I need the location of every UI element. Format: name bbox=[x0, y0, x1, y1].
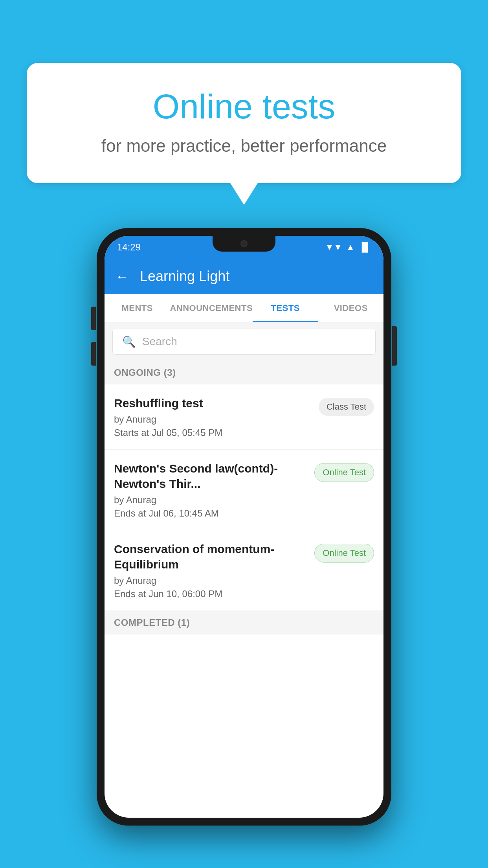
completed-section-header: COMPLETED (1) bbox=[105, 611, 383, 634]
search-placeholder: Search bbox=[142, 335, 177, 348]
ongoing-section-header: ONGOING (3) bbox=[105, 361, 383, 384]
app-header: ← Learning Light bbox=[105, 259, 383, 294]
test-time-3: Ends at Jun 10, 06:00 PM bbox=[114, 588, 308, 600]
phone-notch bbox=[213, 236, 275, 252]
tab-videos[interactable]: VIDEOS bbox=[318, 294, 383, 322]
test-item-3[interactable]: Conservation of momentum-Equilibrium by … bbox=[105, 530, 383, 611]
test-name-3: Conservation of momentum-Equilibrium bbox=[114, 541, 308, 572]
volume-up-button bbox=[91, 307, 96, 330]
battery-icon: ▐▌ bbox=[359, 242, 371, 252]
test-badge-1: Class Test bbox=[319, 398, 374, 416]
speech-bubble-subtitle: for more practice, better performance bbox=[58, 136, 430, 156]
test-name-2: Newton's Second law(contd)-Newton's Thir… bbox=[114, 461, 308, 491]
wifi-icon: ▼▼ bbox=[325, 242, 342, 252]
tab-tests[interactable]: TESTS bbox=[253, 294, 318, 322]
test-name-1: Reshuffling test bbox=[114, 395, 312, 411]
volume-down-button bbox=[91, 342, 96, 366]
power-button bbox=[392, 326, 397, 366]
test-time-2: Ends at Jul 06, 10:45 AM bbox=[114, 508, 308, 519]
tab-announcements[interactable]: ANNOUNCEMENTS bbox=[170, 294, 253, 322]
test-item-1[interactable]: Reshuffling test by Anurag Starts at Jul… bbox=[105, 384, 383, 450]
status-time: 14:29 bbox=[117, 242, 141, 253]
status-icons: ▼▼ ▲ ▐▌ bbox=[325, 242, 371, 252]
phone-wrapper: 14:29 ▼▼ ▲ ▐▌ ← Learning Light MENTS ANN… bbox=[97, 228, 391, 826]
test-info-2: Newton's Second law(contd)-Newton's Thir… bbox=[114, 461, 314, 519]
front-camera bbox=[240, 240, 248, 247]
search-box[interactable]: 🔍 Search bbox=[112, 329, 376, 355]
back-button[interactable]: ← bbox=[116, 269, 129, 284]
phone-screen: 14:29 ▼▼ ▲ ▐▌ ← Learning Light MENTS ANN… bbox=[105, 236, 383, 818]
tab-ments[interactable]: MENTS bbox=[105, 294, 170, 322]
phone-frame: 14:29 ▼▼ ▲ ▐▌ ← Learning Light MENTS ANN… bbox=[97, 228, 391, 826]
tabs-bar: MENTS ANNOUNCEMENTS TESTS VIDEOS bbox=[105, 294, 383, 322]
test-item-2[interactable]: Newton's Second law(contd)-Newton's Thir… bbox=[105, 450, 383, 530]
test-time-1: Starts at Jul 05, 05:45 PM bbox=[114, 427, 312, 438]
test-info-1: Reshuffling test by Anurag Starts at Jul… bbox=[114, 395, 319, 438]
search-container: 🔍 Search bbox=[105, 322, 383, 361]
search-icon: 🔍 bbox=[122, 335, 136, 348]
speech-bubble-title: Online tests bbox=[58, 86, 430, 127]
test-info-3: Conservation of momentum-Equilibrium by … bbox=[114, 541, 314, 600]
signal-icon: ▲ bbox=[346, 242, 355, 252]
test-author-3: by Anurag bbox=[114, 575, 308, 586]
app-title: Learning Light bbox=[140, 268, 229, 285]
test-badge-2: Online Test bbox=[314, 463, 374, 482]
speech-bubble: Online tests for more practice, better p… bbox=[27, 63, 461, 183]
test-author-2: by Anurag bbox=[114, 495, 308, 506]
test-list: Reshuffling test by Anurag Starts at Jul… bbox=[105, 384, 383, 611]
test-author-1: by Anurag bbox=[114, 414, 312, 425]
test-badge-3: Online Test bbox=[314, 544, 374, 563]
